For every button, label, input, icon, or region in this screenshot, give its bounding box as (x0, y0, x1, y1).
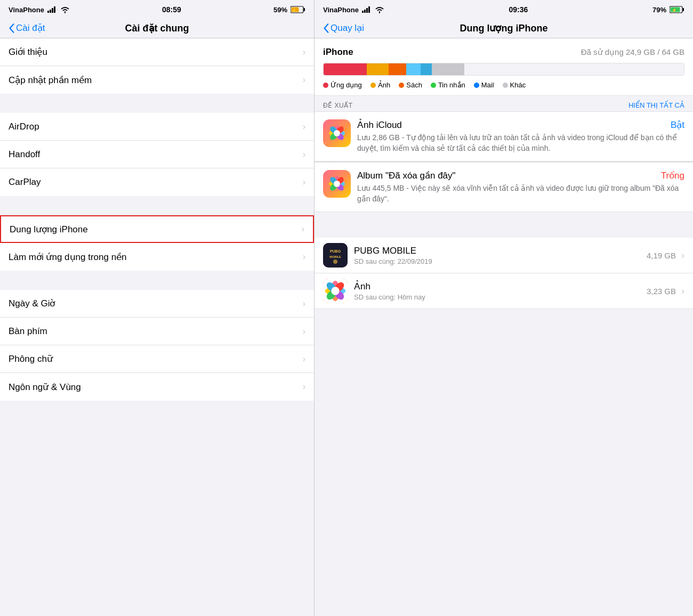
ngay-gio-label: Ngày & Giờ (9, 298, 55, 309)
svg-rect-3 (54, 6, 55, 13)
left-battery-icon: ⚡ (291, 6, 305, 13)
icloud-photos-icon (323, 119, 351, 147)
rec-action-icloud[interactable]: Bật (671, 119, 684, 131)
legend-messages: Tin nhắn (431, 81, 465, 89)
list-item-cap-nhat[interactable]: Cập nhật phần mềm › (0, 66, 314, 94)
legend-other-label: Khác (510, 81, 526, 89)
rec-title-icloud: Ảnh iCloud (357, 119, 402, 131)
left-status-left: VinaPhone (9, 6, 70, 14)
ngon-ngu-chevron-icon: › (303, 382, 305, 392)
pubg-app-date: SD sau cùng: 22/09/2019 (354, 257, 640, 265)
svg-rect-13 (682, 8, 684, 11)
bar-messages (406, 63, 421, 75)
right-wifi-icon (375, 6, 384, 13)
carplay-chevron-icon: › (303, 177, 305, 187)
right-battery-icon: ⚡ (670, 6, 684, 13)
left-signal-icon (47, 6, 57, 13)
carplay-label: CarPlay (9, 177, 41, 188)
bar-mail (421, 63, 431, 75)
rec-card-album: Album "Đã xóa gần đây" Trống Lưu 445,5 M… (315, 162, 693, 212)
list-item-airdrop[interactable]: AirDrop › (0, 113, 314, 141)
gioi-thieu-chevron-icon: › (303, 47, 305, 57)
list-item-handoff[interactable]: Handoff › (0, 141, 314, 168)
handoff-label: Handoff (9, 149, 40, 160)
left-time: 08:59 (162, 5, 181, 14)
left-back-label: Cài đặt (16, 22, 45, 34)
right-back-label: Quay lại (331, 22, 364, 34)
right-carrier: VinaPhone (323, 6, 359, 14)
pubg-app-right: 4,19 GB › (647, 250, 684, 261)
cap-nhat-label: Cập nhật phần mềm (9, 75, 92, 86)
photos-app-icon (323, 279, 348, 303)
album-flower-svg (327, 174, 346, 193)
storage-device-name: iPhone (323, 47, 353, 58)
list-item-lam-moi[interactable]: Làm mới ứng dụng trong nền › (0, 243, 314, 271)
storage-used-label: Đã sử dụng 24,9 GB / 64 GB (581, 47, 684, 57)
divider-1 (0, 94, 314, 113)
left-panel: VinaPhone 08:59 59% (0, 0, 315, 616)
ngon-ngu-label: Ngôn ngữ & Vùng (9, 382, 81, 393)
left-status-bar: VinaPhone 08:59 59% (0, 0, 314, 19)
list-item-phong-chu[interactable]: Phông chữ › (0, 345, 314, 373)
svg-rect-5 (303, 8, 305, 11)
bar-other (432, 63, 464, 75)
section-spacer (315, 212, 693, 227)
section-group-2: AirDrop › Handoff › CarPlay › (0, 113, 314, 196)
album-photos-icon (323, 170, 351, 198)
svg-rect-9 (364, 10, 366, 13)
right-status-right: 79% ⚡ (652, 6, 684, 14)
rec-title-row-album: Album "Đã xóa gần đây" Trống (357, 170, 684, 181)
legend-apps-label: Ứng dụng (331, 81, 362, 89)
rec-body-album: Album "Đã xóa gần đây" Trống Lưu 445,5 M… (357, 170, 684, 204)
app-item-photos[interactable]: Ảnh SD sau cùng: Hôm nay 3,23 GB › (315, 273, 693, 309)
right-status-bar: VinaPhone 09:36 79% ⚡ (315, 0, 693, 19)
rec-title-album: Album "Đã xóa gần đây" (357, 170, 456, 181)
dung-luong-label: Dung lượng iPhone (10, 224, 88, 235)
rec-title-row-icloud: Ảnh iCloud Bật (357, 119, 684, 131)
list-item-ban-phim[interactable]: Bàn phím › (0, 318, 314, 345)
storage-header: iPhone Đã sử dụng 24,9 GB / 64 GB Ứng dụ… (315, 38, 693, 96)
right-back-button[interactable]: Quay lại (323, 22, 364, 34)
legend-mail-dot (474, 83, 479, 88)
svg-point-37 (333, 260, 337, 264)
ngay-gio-chevron-icon: › (303, 299, 305, 309)
list-item-dung-luong[interactable]: Dung lượng iPhone › (0, 215, 314, 243)
bar-books (389, 63, 407, 75)
divider-2 (0, 196, 314, 215)
svg-rect-8 (362, 11, 364, 13)
list-item-carplay[interactable]: CarPlay › (0, 168, 314, 196)
app-item-pubg[interactable]: PUBG MOBILE PUBG MOBILE SD sau cùng: 22/… (315, 238, 693, 273)
airdrop-label: AirDrop (9, 121, 39, 132)
legend-mail-label: Mail (481, 81, 494, 89)
show-all-button[interactable]: HIỂN THỊ TẤT CẢ (628, 101, 684, 109)
list-item-gioi-thieu[interactable]: Giới thiệu › (0, 38, 314, 66)
legend-mail: Mail (474, 81, 494, 89)
right-panel: VinaPhone 09:36 79% ⚡ (315, 0, 693, 616)
photos-app-info: Ảnh SD sau cùng: Hôm nay (354, 281, 640, 301)
rec-action-album[interactable]: Trống (661, 170, 684, 181)
ban-phim-label: Bàn phím (9, 326, 47, 337)
left-back-button[interactable]: Cài đặt (9, 22, 45, 34)
handoff-chevron-icon: › (303, 150, 305, 159)
bar-free (464, 63, 684, 75)
svg-rect-1 (50, 10, 51, 13)
legend-photos-label: Ảnh (378, 81, 390, 89)
lam-moi-chevron-icon: › (303, 252, 305, 262)
storage-title-row: iPhone Đã sử dụng 24,9 GB / 64 GB (323, 47, 684, 58)
legend-apps-dot (323, 83, 328, 88)
photos-app-date: SD sau cùng: Hôm nay (354, 293, 640, 301)
de-xuat-label: ĐỀ XUẤT (323, 102, 353, 109)
legend-messages-dot (431, 83, 436, 88)
right-status-left: VinaPhone (323, 6, 384, 14)
right-time: 09:36 (509, 5, 528, 14)
rec-body-icloud: Ảnh iCloud Bật Lưu 2,86 GB - Tự động tải… (357, 119, 684, 153)
phong-chu-label: Phông chữ (9, 353, 53, 364)
svg-text:⚡: ⚡ (292, 7, 297, 13)
left-carrier: VinaPhone (9, 6, 44, 14)
svg-rect-2 (52, 8, 53, 13)
svg-rect-11 (368, 6, 370, 13)
list-item-ngay-gio[interactable]: Ngày & Giờ › (0, 290, 314, 318)
bar-photos (367, 63, 389, 75)
list-item-ngon-ngu[interactable]: Ngôn ngữ & Vùng › (0, 373, 314, 401)
left-back-chevron-icon (9, 23, 15, 34)
